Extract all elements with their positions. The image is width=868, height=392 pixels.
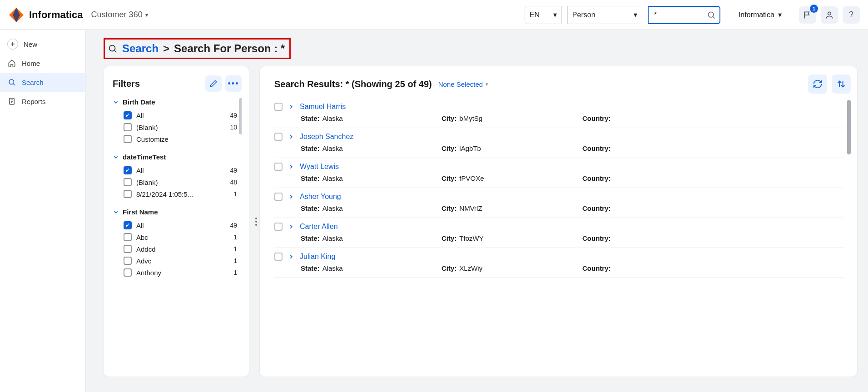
checkbox[interactable] xyxy=(124,190,132,198)
expand-row-button[interactable] xyxy=(288,104,294,110)
sidebar-label: Reports xyxy=(22,98,46,105)
breadcrumb: Search > Search For Person : * xyxy=(104,38,291,59)
filter-option-count: 10 xyxy=(230,124,237,131)
expand-row-button[interactable] xyxy=(288,164,294,170)
notifications-button[interactable]: 1 xyxy=(799,6,816,24)
informatica-logo-icon xyxy=(8,7,25,23)
row-checkbox[interactable] xyxy=(274,103,283,111)
breadcrumb-root[interactable]: Search xyxy=(122,42,159,55)
filter-option[interactable]: Anthony1 xyxy=(113,267,237,278)
filter-option[interactable]: Abc1 xyxy=(113,231,237,243)
row-checkbox[interactable] xyxy=(274,163,283,171)
chevron-down-icon: ▾ xyxy=(634,10,637,19)
sidebar-item-new[interactable]: + New xyxy=(0,35,85,54)
edit-filters-button[interactable] xyxy=(205,75,222,92)
filter-option-count: 49 xyxy=(230,112,237,119)
svg-line-3 xyxy=(713,16,715,18)
svg-point-2 xyxy=(708,12,714,17)
chevron-right-icon xyxy=(288,164,294,170)
kv-key: City: xyxy=(441,234,456,242)
filter-option-label: (Blank) xyxy=(136,179,158,186)
kv-key: City: xyxy=(441,144,456,152)
checkbox[interactable] xyxy=(124,221,132,229)
filter-option[interactable]: Advc1 xyxy=(113,255,237,267)
person-name-link[interactable]: Julian King xyxy=(300,253,335,261)
filter-option-count: 49 xyxy=(230,167,237,174)
profile-button[interactable] xyxy=(821,6,838,24)
row-checkbox[interactable] xyxy=(274,133,283,141)
kv-value: XLzWiy xyxy=(459,264,482,272)
entity-type-select[interactable]: Person ▾ xyxy=(567,6,642,24)
more-filters-button[interactable]: ••• xyxy=(225,75,242,92)
filter-option-count: 1 xyxy=(233,245,237,253)
kv-country: Country: xyxy=(582,114,844,122)
filter-option[interactable]: 8/21/2024 1:05:5...1 xyxy=(113,188,237,200)
checkbox[interactable] xyxy=(124,111,132,119)
checkbox[interactable] xyxy=(124,257,132,265)
result-row-details: State:AlaskaCity:TfozWYCountry: xyxy=(274,234,844,242)
expand-row-button[interactable] xyxy=(288,194,294,200)
person-name-link[interactable]: Wyatt Lewis xyxy=(300,163,339,171)
panels: Filters ••• Birth DateAll49(Blank)10Cust… xyxy=(104,66,857,377)
filter-option[interactable]: (Blank)10 xyxy=(113,121,237,133)
results-heading: Search Results: * (Showing 25 of 49) xyxy=(274,79,432,89)
row-checkbox[interactable] xyxy=(274,223,283,231)
checkbox[interactable] xyxy=(124,178,132,186)
filter-group-toggle[interactable]: dateTimeTest xyxy=(113,153,237,161)
expand-row-button[interactable] xyxy=(288,253,294,260)
filter-option[interactable]: All49 xyxy=(113,109,237,121)
kv-value: Alaska xyxy=(322,204,343,212)
filter-option[interactable]: All49 xyxy=(113,164,237,176)
panel-resize-handle[interactable] xyxy=(255,218,257,226)
checkbox[interactable] xyxy=(124,166,132,174)
breadcrumb-leaf: Search For Person : * xyxy=(174,42,285,55)
row-checkbox[interactable] xyxy=(274,253,283,261)
expand-row-button[interactable] xyxy=(288,134,294,140)
sidebar-label: Search xyxy=(22,79,44,86)
filter-group-toggle[interactable]: First Name xyxy=(113,208,237,216)
app-header: Informatica Customer 360 ▾ EN ▾ Person ▾… xyxy=(0,0,868,30)
expand-row-button[interactable] xyxy=(288,223,294,230)
global-search-input[interactable] xyxy=(653,10,707,20)
kv-value: Alaska xyxy=(322,264,343,272)
result-row-header: Carter Allen xyxy=(274,223,844,231)
filter-group-toggle[interactable]: Birth Date xyxy=(113,98,237,106)
row-checkbox[interactable] xyxy=(274,193,283,201)
sidebar-item-home[interactable]: Home xyxy=(0,54,85,73)
checkbox[interactable] xyxy=(124,123,132,131)
person-name-link[interactable]: Asher Young xyxy=(300,193,341,201)
sidebar-label: Home xyxy=(22,60,40,67)
person-name-link[interactable]: Samuel Harris xyxy=(300,103,346,111)
org-switcher[interactable]: Informatica ▾ xyxy=(739,10,782,19)
kv-value: lAgbTb xyxy=(459,144,481,152)
sidebar-item-search[interactable]: Search xyxy=(0,73,85,92)
checkbox[interactable] xyxy=(124,135,132,143)
result-row: Wyatt LewisState:AlaskaCity:fPVOXeCountr… xyxy=(274,158,844,188)
checkbox[interactable] xyxy=(124,233,132,241)
filter-option[interactable]: Customize xyxy=(113,133,237,145)
sidebar-item-reports[interactable]: Reports xyxy=(0,92,85,111)
global-search-box[interactable] xyxy=(648,6,720,24)
checkbox[interactable] xyxy=(124,268,132,277)
app-name: Customer 360 xyxy=(91,10,143,20)
refresh-button[interactable] xyxy=(808,74,827,94)
filter-option[interactable]: All49 xyxy=(113,219,237,231)
kv-city: City:NMVrlZ xyxy=(441,204,578,212)
filter-option[interactable]: (Blank)48 xyxy=(113,176,237,188)
person-name-link[interactable]: Joseph Sanchez xyxy=(300,133,353,141)
sort-button[interactable] xyxy=(832,74,851,94)
checkbox[interactable] xyxy=(124,245,132,253)
result-row-details: State:AlaskaCity:NMVrlZCountry: xyxy=(274,204,844,212)
person-name-link[interactable]: Carter Allen xyxy=(300,223,338,231)
none-selected-dropdown[interactable]: None Selected ▾ xyxy=(438,80,488,88)
filters-scrollbar[interactable] xyxy=(239,98,242,134)
filter-option-label: Addcd xyxy=(136,245,156,253)
kv-value: Alaska xyxy=(322,144,343,152)
language-select[interactable]: EN ▾ xyxy=(525,6,562,24)
help-button[interactable]: ? xyxy=(843,6,860,24)
filter-option[interactable]: Addcd1 xyxy=(113,243,237,255)
filters-panel: Filters ••• Birth DateAll49(Blank)10Cust… xyxy=(104,66,249,377)
header-icons: 1 ? xyxy=(799,6,860,24)
app-switcher[interactable]: Customer 360 ▾ xyxy=(91,10,148,20)
results-scrollbar[interactable] xyxy=(847,100,851,154)
